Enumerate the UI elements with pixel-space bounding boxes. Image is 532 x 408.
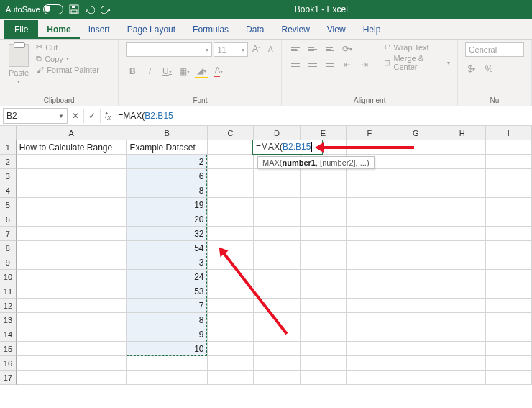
cell-G14[interactable]: [393, 327, 440, 342]
cell-B2[interactable]: 2: [127, 155, 207, 169]
cell-E17[interactable]: [301, 371, 347, 385]
cell-H17[interactable]: [439, 371, 486, 385]
tab-page-layout[interactable]: Page Layout: [119, 20, 184, 39]
italic-button[interactable]: I: [143, 65, 156, 78]
cell-G9[interactable]: [393, 255, 440, 270]
select-all-corner[interactable]: [0, 126, 17, 140]
cell-A3[interactable]: [17, 169, 127, 183]
cell-E15[interactable]: [301, 342, 347, 356]
cancel-formula-button[interactable]: ✕: [68, 109, 84, 123]
cell-G15[interactable]: [393, 342, 440, 356]
cell-B15[interactable]: 10: [127, 342, 207, 356]
cell-B14[interactable]: 9: [127, 327, 207, 342]
cell-C3[interactable]: [208, 169, 254, 183]
cell-A17[interactable]: [17, 371, 127, 385]
cell-D10[interactable]: [254, 270, 301, 284]
align-bottom-button[interactable]: [324, 42, 336, 55]
cell-I5[interactable]: [486, 198, 532, 212]
column-header-E[interactable]: E: [301, 126, 347, 140]
tab-view[interactable]: View: [318, 20, 354, 39]
accept-formula-button[interactable]: ✓: [84, 109, 101, 123]
row-header-17[interactable]: 17: [0, 371, 17, 385]
cell-D9[interactable]: [254, 255, 301, 270]
cell-B4[interactable]: 8: [127, 183, 207, 198]
row-header-3[interactable]: 3: [0, 169, 17, 183]
cell-I12[interactable]: [486, 299, 532, 313]
font-name-combo[interactable]: ▾: [126, 42, 212, 57]
cell-C10[interactable]: [208, 270, 254, 284]
percent-format-button[interactable]: %: [482, 63, 495, 76]
cell-F5[interactable]: [347, 198, 393, 212]
row-header-15[interactable]: 15: [0, 342, 17, 356]
cell-I17[interactable]: [486, 371, 532, 385]
cell-I3[interactable]: [486, 169, 532, 183]
cell-E10[interactable]: [301, 270, 347, 284]
worksheet-grid[interactable]: ABCDEFGHI1How to Calculate RangeExample …: [0, 126, 532, 385]
cell-G2[interactable]: [393, 155, 440, 169]
column-header-C[interactable]: C: [208, 126, 254, 140]
cell-H8[interactable]: [439, 241, 486, 255]
tab-home[interactable]: Home: [38, 20, 79, 39]
cell-E3[interactable]: [301, 169, 347, 183]
cell-H5[interactable]: [439, 198, 486, 212]
cell-G16[interactable]: [393, 356, 440, 371]
cell-H16[interactable]: [439, 356, 486, 371]
align-middle-button[interactable]: [306, 42, 319, 55]
fx-icon[interactable]: fx: [105, 110, 111, 122]
align-right-button[interactable]: [324, 58, 336, 71]
cell-E6[interactable]: [301, 212, 347, 227]
row-header-1[interactable]: 1: [0, 140, 17, 155]
cell-I14[interactable]: [486, 327, 532, 342]
cut-button[interactable]: ✂Cut: [36, 42, 99, 52]
format-painter-button[interactable]: 🖌Format Painter: [36, 65, 99, 74]
cell-D15[interactable]: [254, 342, 301, 356]
undo-icon[interactable]: [85, 4, 95, 14]
row-header-4[interactable]: 4: [0, 183, 17, 198]
cell-D13[interactable]: [254, 313, 301, 327]
cell-G5[interactable]: [393, 198, 440, 212]
cell-I8[interactable]: [486, 241, 532, 255]
tab-data[interactable]: Data: [237, 20, 272, 39]
row-header-12[interactable]: 12: [0, 299, 17, 313]
copy-button[interactable]: ⧉Copy▾: [36, 54, 99, 63]
cell-C12[interactable]: [208, 299, 254, 313]
cell-C9[interactable]: [208, 255, 254, 270]
cell-F3[interactable]: [347, 169, 393, 183]
cell-D17[interactable]: [254, 371, 301, 385]
cell-I2[interactable]: [486, 155, 532, 169]
cell-I15[interactable]: [486, 342, 532, 356]
cell-A11[interactable]: [17, 284, 127, 299]
cell-F13[interactable]: [347, 313, 393, 327]
cell-H3[interactable]: [439, 169, 486, 183]
cell-B17[interactable]: [127, 371, 207, 385]
cell-F4[interactable]: [347, 183, 393, 198]
cell-B6[interactable]: 20: [127, 212, 207, 227]
column-header-H[interactable]: H: [439, 126, 485, 140]
cell-D16[interactable]: [254, 356, 301, 371]
cell-F15[interactable]: [347, 342, 393, 356]
cell-B10[interactable]: 24: [127, 270, 207, 284]
cell-A9[interactable]: [17, 255, 127, 270]
cell-B16[interactable]: [127, 356, 207, 371]
cell-D4[interactable]: [254, 183, 301, 198]
cell-A15[interactable]: [17, 342, 127, 356]
cell-A10[interactable]: [17, 270, 127, 284]
cell-C5[interactable]: [208, 198, 254, 212]
cell-C11[interactable]: [208, 284, 254, 299]
cell-E7[interactable]: [301, 227, 347, 241]
wrap-text-button[interactable]: ↩Wrap Text: [384, 42, 450, 52]
row-header-8[interactable]: 8: [0, 241, 17, 255]
cell-D6[interactable]: [254, 212, 301, 227]
cell-D7[interactable]: [254, 227, 301, 241]
cell-H15[interactable]: [439, 342, 486, 356]
row-header-11[interactable]: 11: [0, 284, 17, 299]
cell-B3[interactable]: 6: [127, 169, 207, 183]
cell-H4[interactable]: [439, 183, 486, 198]
cell-D5[interactable]: [254, 198, 301, 212]
cell-B1[interactable]: Example Dataset: [127, 140, 207, 155]
merge-center-button[interactable]: ⊞Merge & Center▾: [384, 54, 450, 71]
cell-G11[interactable]: [393, 284, 440, 299]
cell-I4[interactable]: [486, 183, 532, 198]
cell-E9[interactable]: [301, 255, 347, 270]
cell-G10[interactable]: [393, 270, 440, 284]
